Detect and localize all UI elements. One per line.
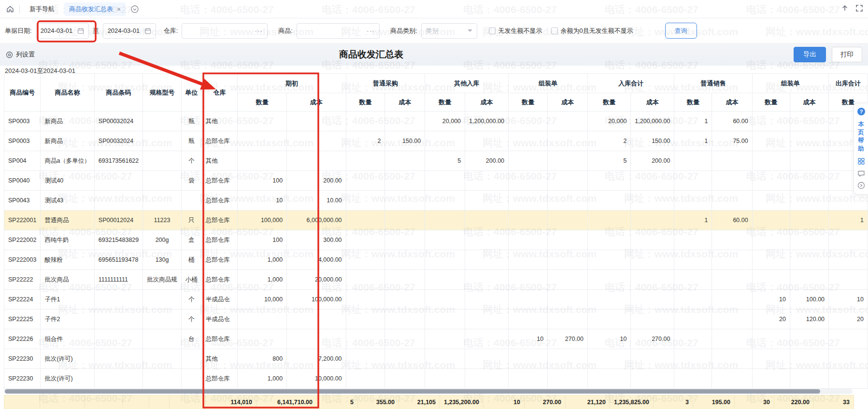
table-row[interactable]: SP22222批次商品1111111111批次商品规小桶总部仓库1,00020,… [4, 270, 868, 290]
column-header[interactable]: 商品名称 [41, 74, 94, 112]
divider [19, 5, 20, 13]
sub-header[interactable]: 成本 [790, 93, 828, 112]
group-header[interactable]: 组装单 [752, 74, 828, 93]
table-row[interactable]: SP0043测试43总部仓库1010.00 [4, 191, 868, 211]
chat-icon[interactable] [857, 169, 865, 177]
sub-header[interactable]: 数量 [238, 93, 287, 112]
scrollbar-thumb[interactable] [5, 389, 820, 394]
group-header[interactable]: 期初 [238, 74, 346, 93]
sub-header[interactable]: 成本 [287, 93, 346, 112]
cell [287, 310, 346, 329]
total-cell: 21,120 [566, 395, 610, 409]
cell: 75.00 [712, 131, 752, 151]
product-input[interactable]: ··· [297, 23, 380, 39]
cell: SP22226 [4, 329, 41, 349]
cell: 1,000 [238, 250, 287, 270]
cell: SP00032024 [94, 131, 142, 151]
sub-header[interactable]: 数量 [425, 93, 465, 112]
cell: 20 [829, 310, 868, 329]
total-cell: 355.00 [358, 395, 399, 409]
column-header[interactable]: 商品条码 [94, 74, 142, 112]
table-row[interactable]: SP0003新商品SP00032024瓶其他20,0001,200,000.00… [4, 112, 868, 131]
sub-header[interactable]: 成本 [712, 93, 752, 112]
column-header[interactable]: 单位 [181, 74, 201, 112]
help-panel-label[interactable]: 本页帮助 [858, 120, 865, 153]
tab-newbie-guide[interactable]: 新手导航 [25, 2, 59, 16]
table-row[interactable]: SP222003酸辣粉695651193478130g桶总部仓库1,0004,0… [4, 250, 868, 270]
cell [181, 349, 201, 369]
cell [752, 230, 790, 250]
table-row[interactable]: SP004商品a（多单位）693173561622个其他5200.005200.… [4, 151, 868, 171]
sub-header[interactable]: 数量 [674, 93, 712, 112]
cell [509, 310, 548, 329]
checkbox-label: 余额为0且无发生额不显示 [561, 27, 633, 35]
warehouse-input[interactable]: ··· [182, 23, 268, 39]
checkbox-no-activity[interactable]: 无发生额不显示 [489, 27, 542, 35]
ellipsis-icon[interactable]: ··· [255, 27, 263, 35]
tab-goods-summary[interactable]: 商品收发汇总表 × [64, 2, 126, 16]
table-row[interactable]: SP222001普通商品SP0001202411223只总部仓库100,0006… [4, 211, 868, 230]
column-header[interactable]: 仓库 [201, 74, 237, 112]
sub-header[interactable]: 成本 [465, 93, 509, 112]
export-button[interactable]: 导出 [794, 47, 826, 62]
group-header[interactable]: 组装单 [509, 74, 588, 93]
checkbox-zero-balance[interactable]: 余额为0且无发生额不显示 [551, 27, 633, 35]
home-icon[interactable] [6, 5, 14, 14]
cell [509, 369, 548, 389]
table-row[interactable]: SP22230批次(许可)总部仓库1,00010,000.00 [4, 369, 868, 389]
cell [385, 250, 425, 270]
tab-history-icon[interactable] [130, 5, 139, 14]
cell: 组合件 [41, 329, 94, 349]
sub-header[interactable]: 成本 [548, 93, 588, 112]
table-row[interactable]: SP222002西纯牛奶693215483829200g盒总部仓库100300.… [4, 230, 868, 250]
table-row[interactable]: SP0040测试40袋总部仓库100200.00 [4, 171, 868, 191]
print-button[interactable]: 打印 [832, 47, 862, 62]
date-to-input[interactable]: 2024-03-01 [103, 23, 156, 39]
table-row[interactable]: SP22225子件2个半成品仓20120.0020 [4, 310, 868, 329]
cell [465, 230, 509, 250]
help-bubble-icon[interactable]: ? [857, 107, 866, 116]
cell [712, 290, 752, 310]
apps-grid-icon[interactable] [857, 157, 865, 165]
tab-bar: 新手导航 商品收发汇总表 × [0, 0, 868, 18]
fullscreen-icon[interactable] [855, 4, 863, 12]
group-header[interactable]: 普通采购 [346, 74, 425, 93]
category-select[interactable]: 类别 [421, 23, 477, 39]
sub-header[interactable]: 成本 [631, 93, 674, 112]
ellipsis-icon[interactable]: ··· [367, 27, 375, 35]
total-cell: 270.00 [525, 395, 566, 409]
date-from-value: 2024-03-01 [41, 27, 73, 34]
cell [465, 290, 509, 310]
arrow-up-icon[interactable] [841, 4, 849, 12]
sub-header[interactable]: 数量 [588, 93, 631, 112]
group-header[interactable]: 出库合计 [829, 74, 868, 93]
group-header[interactable]: 普通销售 [674, 74, 752, 93]
cell: SP0003 [4, 131, 41, 151]
sub-header[interactable]: 数量 [346, 93, 385, 112]
table-row[interactable]: SP22226组合件台总部仓库10270.0010270.00 [4, 329, 868, 349]
cell [548, 151, 588, 171]
sub-header[interactable]: 数量 [509, 93, 548, 112]
group-header[interactable]: 其他入库 [425, 74, 509, 93]
sub-header[interactable]: 数量 [752, 93, 790, 112]
cell: 1,200,000.00 [465, 112, 509, 131]
cell [465, 131, 509, 151]
cell: 总部仓库 [201, 191, 237, 211]
horizontal-scrollbar[interactable] [4, 389, 853, 394]
table-row[interactable]: SP0003新商品SP00032024瓶总部仓库2150.002150.0017… [4, 131, 868, 151]
cell: 11223 [143, 211, 182, 230]
group-header[interactable]: 入库合计 [588, 74, 674, 93]
collapse-chevron-icon[interactable] [857, 182, 865, 189]
checkbox-icon[interactable] [489, 28, 496, 34]
column-header[interactable]: 商品编号 [4, 74, 41, 112]
sub-header[interactable]: 成本 [385, 93, 425, 112]
table-row[interactable]: SP22230批次(许可)其他8007,200.00 [4, 349, 868, 369]
date-from-input[interactable]: 2024-03-01 [36, 23, 89, 39]
query-button[interactable]: 查询 [665, 23, 697, 39]
cell [752, 369, 790, 389]
close-icon[interactable]: × [117, 6, 121, 13]
cell [509, 230, 548, 250]
checkbox-icon[interactable] [551, 28, 558, 34]
column-header[interactable]: 规格型号 [143, 74, 182, 112]
table-row[interactable]: SP22224子件1个半成品仓10,000100,000.0010100.001… [4, 290, 868, 310]
